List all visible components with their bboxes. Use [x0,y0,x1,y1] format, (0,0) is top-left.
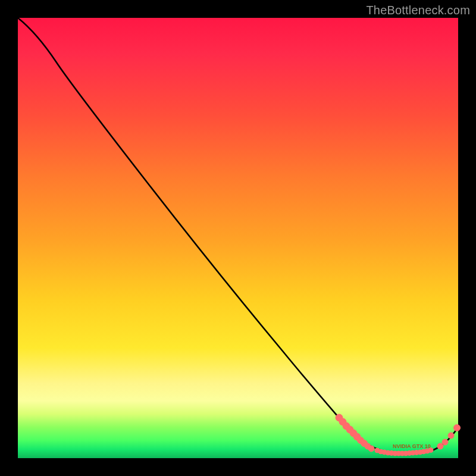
bottleneck-curve [18,18,458,453]
curve-svg: NVIDIA GTX 10 [18,18,458,458]
svg-point-28 [448,433,454,439]
attribution-text: TheBottleneck.com [366,4,470,17]
chart-stage: TheBottleneck.com [0,0,476,476]
marker-cluster-left [336,414,374,452]
axis-label: NVIDIA GTX 10 [393,443,431,449]
svg-point-9 [368,446,374,452]
svg-point-26 [437,443,443,449]
marker-cluster-right [437,425,461,450]
svg-point-29 [454,425,461,431]
svg-point-27 [442,439,448,445]
